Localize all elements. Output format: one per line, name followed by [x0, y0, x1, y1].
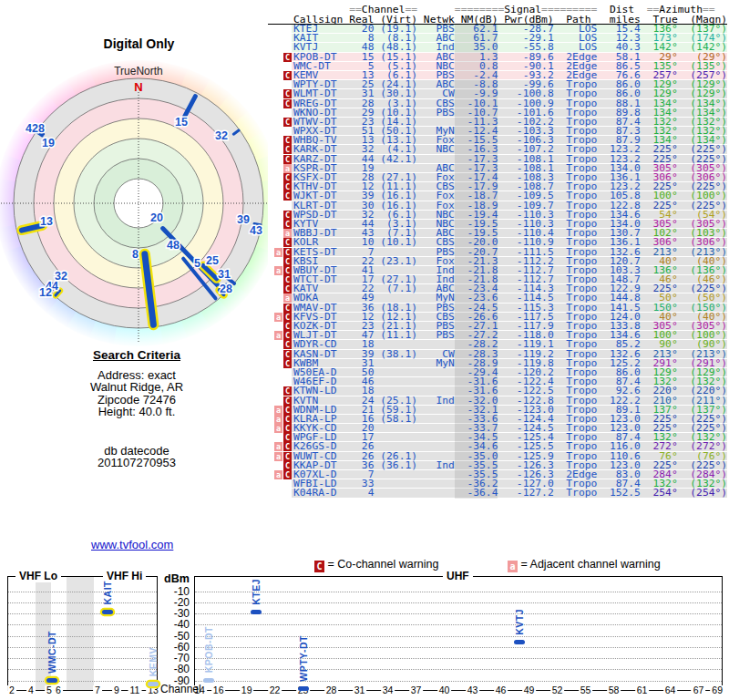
warning-flags: [268, 80, 292, 89]
cochannel-warning-icon: C: [283, 461, 292, 470]
cochannel-warning-icon: C: [283, 191, 292, 201]
cell-distance: 152.5: [597, 487, 641, 499]
grid-line: [8, 624, 157, 625]
signal-bar-label: WPTY-DT: [298, 635, 309, 682]
adjacent-warning-icon: a: [274, 266, 282, 275]
search-criteria: Search Criteria Address: exact Walnut Ri…: [36, 349, 237, 469]
channel-tick: 11: [128, 685, 142, 695]
channel-tick: 67: [692, 685, 706, 695]
radar-title: Digital Only: [0, 36, 278, 51]
signal-bar-label: KPOB-DT: [203, 626, 214, 673]
grid-line: [8, 669, 157, 670]
grid-line: [195, 613, 722, 614]
radar-channel-label: 13: [40, 215, 53, 228]
cochannel-warning-icon: C: [283, 452, 292, 461]
cell-noise-margin: -36.4: [455, 489, 498, 498]
cochannel-warning-icon: C: [283, 415, 292, 424]
adjacent-warning-icon: a: [274, 331, 282, 340]
warning-flags: [268, 201, 292, 211]
cell-power: -127.2: [498, 487, 553, 499]
cochannel-warning-icon: C: [283, 257, 292, 266]
tvfool-link[interactable]: www.tvfool.com: [91, 538, 191, 551]
channel-tick: 61: [635, 685, 650, 695]
cell-real-channel: 4: [343, 487, 374, 499]
signal-bar: [46, 678, 57, 683]
cochannel-warning-icon: C: [283, 275, 292, 284]
grid-line: [8, 613, 157, 614]
warning-flags: [268, 62, 292, 71]
radar-channel-label: 15: [175, 116, 188, 129]
signal-bar: [148, 682, 159, 686]
warning-flags: C: [268, 359, 292, 368]
warning-flags: aC: [268, 248, 292, 257]
warning-flags: [268, 25, 292, 34]
channel-tick: 19: [240, 685, 254, 695]
cell-path: Tropo: [554, 487, 598, 499]
channel-tick: 16: [211, 685, 226, 695]
cochannel-warning-icon: C: [283, 53, 292, 62]
channel-tick: 31: [353, 685, 367, 695]
grid-line: [195, 681, 722, 682]
channel-tick: 34: [381, 685, 395, 695]
adjacent-warning-icon: a: [274, 248, 282, 257]
warning-flags: C: [268, 350, 292, 359]
table-row: K04RA-D 4 -36.4 -127.2 Tropo 152.5 254° …: [268, 489, 727, 498]
warning-flags: aC: [268, 313, 292, 322]
radar-channel-label: 32: [215, 129, 228, 142]
channel-tick: 40: [437, 685, 452, 695]
grid-line: [195, 592, 722, 592]
warning-flags: aC: [268, 442, 292, 451]
uhf-band-chart: UHF1416192225283134374043464952555861646…: [194, 576, 723, 691]
radar-channel-label: 25: [206, 254, 219, 267]
warning-flags: aC: [268, 415, 292, 424]
warning-flags: aC: [268, 452, 292, 461]
warning-flags: a: [268, 293, 292, 303]
channel-tick: 58: [607, 685, 621, 695]
cochannel-warning-icon: C: [283, 238, 292, 247]
grid-line: [8, 658, 157, 659]
channel-tick: 64: [663, 685, 678, 695]
adjacent-warning-icon: a: [274, 452, 282, 461]
grid-line: [195, 669, 722, 670]
adjacent-warning-icon: a: [274, 313, 282, 322]
cochannel-warning-icon: C: [283, 248, 292, 257]
search-zipcode: Zipcode 72476: [36, 394, 237, 407]
warning-flags: C: [268, 99, 292, 108]
cell-azimuth-magnetic: (254°): [678, 487, 727, 499]
cell-virtual-channel: [374, 487, 417, 499]
adjacent-warning-icon: a: [283, 229, 292, 238]
signal-bar: [102, 610, 113, 614]
warning-flags: C: [268, 284, 292, 293]
warning-flags: C: [268, 238, 292, 247]
channel-tick: 43: [466, 685, 480, 695]
signal-bar: [203, 678, 214, 683]
search-city: Walnut Ridge, AR: [36, 381, 237, 394]
grid-line: [8, 636, 157, 637]
cochannel-warning-icon: C: [283, 145, 292, 154]
channel-tick: 37: [409, 685, 424, 695]
channel-tick: 46: [494, 685, 508, 695]
warning-flags: [268, 489, 292, 498]
adjacent-warning-icon: a: [274, 442, 282, 451]
warning-flags: C: [268, 118, 292, 127]
cochannel-warning-icon: C: [283, 406, 292, 415]
cochannel-warning-icon: C: [283, 136, 292, 145]
cochannel-warning-icon: C: [283, 99, 292, 108]
warning-flags: C: [268, 322, 292, 331]
adjacent-warning-icon: a: [274, 406, 282, 415]
vhf-band-chart: VHF LoVHF Hi2456791113WMC-DTKAITKEMV: [7, 576, 158, 691]
warning-flags: [268, 43, 292, 52]
radar-channel-label: 43: [250, 224, 262, 237]
warning-flags: C: [268, 304, 292, 313]
grid-line: [195, 658, 722, 659]
cochannel-warning-icon: C: [283, 71, 292, 80]
db-datecode: db datecode 201107270953: [36, 445, 237, 469]
channel-tick: 49: [522, 685, 537, 695]
cochannel-warning-icon: C: [283, 313, 292, 322]
channel-tick: 28: [324, 685, 339, 695]
warning-flags: C: [268, 275, 292, 284]
cochannel-warning-icon: C: [283, 266, 292, 275]
radar-channel-label: 28: [220, 283, 232, 295]
uhf-title: UHF: [443, 570, 473, 582]
channel-tick: 4: [26, 685, 36, 695]
